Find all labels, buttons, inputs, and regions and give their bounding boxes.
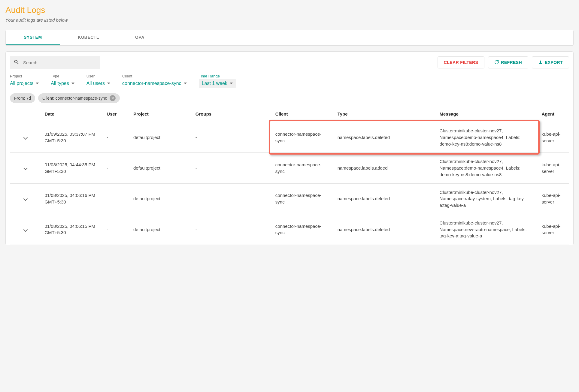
column-agent[interactable]: Agent	[538, 107, 569, 122]
tab-kubectl[interactable]: KUBECTL	[60, 30, 117, 45]
chip-client[interactable]: Client: connector-namespace-sync ✕	[38, 93, 120, 103]
cell-client: connector-namespace-sync	[272, 122, 334, 153]
cell-client: connector-namespace-sync	[272, 214, 334, 245]
cell-project: defaultproject	[130, 153, 192, 183]
chip-client-label: Client: connector-namespace-sync	[42, 96, 107, 101]
cell-message: Cluster:minikube-cluster-nov27, Namespac…	[436, 153, 538, 183]
table-row: 01/09/2025, 03:37:07 PM GMT+5:30-default…	[10, 122, 569, 153]
cell-groups: -	[192, 153, 272, 183]
filter-user-value[interactable]: All users	[86, 79, 110, 88]
filter-chips: From: 7d Client: connector-namespace-syn…	[10, 93, 569, 103]
filter-project-text: All projects	[10, 81, 33, 86]
caret-down-icon	[230, 83, 233, 84]
table-row: 01/08/2025, 04:44:35 PM GMT+5:30-default…	[10, 153, 569, 183]
toolbar: CLEAR FILTERS REFRESH EXPORT	[10, 56, 569, 69]
tabs-card: SYSTEM KUBECTL OPA	[5, 30, 574, 46]
cell-type: namespace.labels.deleted	[334, 122, 436, 153]
chevron-down-icon[interactable]	[23, 197, 28, 201]
table-wrap: Date User Project Groups Client Type Mes…	[10, 107, 569, 245]
cell-date: 01/08/2025, 04:06:16 PM GMT+5:30	[41, 183, 103, 214]
page-subtitle: Your audit logs are listed below	[5, 17, 574, 23]
column-groups[interactable]: Groups	[192, 107, 272, 122]
cell-groups: -	[192, 214, 272, 245]
chevron-down-icon[interactable]	[23, 166, 28, 170]
cell-user: -	[103, 153, 130, 183]
refresh-button[interactable]: REFRESH	[488, 56, 528, 68]
filter-time-text: Last 1 week	[202, 81, 227, 86]
tab-opa[interactable]: OPA	[117, 30, 162, 45]
cell-type: namespace.labels.deleted	[334, 183, 436, 214]
column-type[interactable]: Type	[334, 107, 436, 122]
audit-logs-table: Date User Project Groups Client Type Mes…	[10, 107, 569, 245]
content-card: CLEAR FILTERS REFRESH EXPORT Project All…	[5, 51, 574, 245]
tab-system[interactable]: SYSTEM	[6, 30, 60, 45]
cell-message: Cluster:minikube-cluster-nov27, Namespac…	[436, 183, 538, 214]
filter-project-label: Project	[10, 74, 39, 78]
caret-down-icon	[36, 83, 39, 84]
table-row: 01/08/2025, 04:06:16 PM GMT+5:30-default…	[10, 183, 569, 214]
caret-down-icon	[184, 83, 187, 84]
export-label: EXPORT	[545, 60, 563, 65]
filter-user-text: All users	[86, 81, 105, 86]
cell-groups: -	[192, 122, 272, 153]
cell-agent: kube-api-server	[538, 153, 569, 183]
search-icon	[14, 59, 20, 66]
search-box[interactable]	[10, 56, 100, 69]
cell-client: connector-namespace-sync	[272, 153, 334, 183]
filter-client-value[interactable]: connector-namespace-sync	[122, 79, 187, 88]
filter-type-text: All types	[51, 81, 69, 86]
cell-type: namespace.labels.deleted	[334, 214, 436, 245]
chevron-down-icon[interactable]	[23, 227, 28, 231]
filter-type-label: Type	[51, 74, 74, 78]
cell-agent: kube-api-server	[538, 183, 569, 214]
chevron-down-icon[interactable]	[23, 135, 28, 140]
cell-user: -	[103, 122, 130, 153]
cell-type: namespace.labels.added	[334, 153, 436, 183]
cell-date: 01/09/2025, 03:37:07 PM GMT+5:30	[41, 122, 103, 153]
cell-message: Cluster:minikube-cluster-nov27, Namespac…	[436, 122, 538, 153]
caret-down-icon	[107, 83, 110, 84]
filters: Project All projects Type All types User…	[10, 74, 569, 88]
cell-project: defaultproject	[130, 183, 192, 214]
filter-user-label: User	[86, 74, 110, 78]
column-user[interactable]: User	[103, 107, 130, 122]
cell-agent: kube-api-server	[538, 122, 569, 153]
tabs: SYSTEM KUBECTL OPA	[6, 30, 573, 46]
cell-message: Cluster:minikube-cluster-nov27, Namespac…	[436, 214, 538, 245]
cell-date: 01/08/2025, 04:44:35 PM GMT+5:30	[41, 153, 103, 183]
chip-from[interactable]: From: 7d	[10, 93, 35, 103]
cell-date: 01/08/2025, 04:06:15 PM GMT+5:30	[41, 214, 103, 245]
cell-project: defaultproject	[130, 122, 192, 153]
filter-client-text: connector-namespace-sync	[122, 81, 181, 86]
caret-down-icon	[71, 83, 74, 84]
column-project[interactable]: Project	[130, 107, 192, 122]
search-input[interactable]	[20, 60, 96, 65]
download-icon	[538, 60, 543, 65]
cell-groups: -	[192, 183, 272, 214]
column-message[interactable]: Message	[436, 107, 538, 122]
chip-from-label: From: 7d	[14, 96, 31, 101]
column-date[interactable]: Date	[41, 107, 103, 122]
refresh-label: REFRESH	[501, 60, 522, 65]
filter-project-value[interactable]: All projects	[10, 79, 39, 88]
cell-client: connector-namespace-sync	[272, 183, 334, 214]
cell-user: -	[103, 183, 130, 214]
cell-agent: kube-api-server	[538, 214, 569, 245]
filter-type-value[interactable]: All types	[51, 79, 74, 88]
cell-project: defaultproject	[130, 214, 192, 245]
export-button[interactable]: EXPORT	[532, 56, 569, 68]
refresh-icon	[494, 60, 499, 65]
cell-user: -	[103, 214, 130, 245]
clear-filters-button[interactable]: CLEAR FILTERS	[438, 56, 485, 68]
filter-time-label: Time Range	[199, 74, 236, 78]
filter-client-label: Client	[122, 74, 187, 78]
column-client[interactable]: Client	[272, 107, 334, 122]
table-row: 01/08/2025, 04:06:15 PM GMT+5:30-default…	[10, 214, 569, 245]
close-icon[interactable]: ✕	[110, 95, 116, 101]
page-title: Audit Logs	[5, 5, 574, 15]
filter-time-value[interactable]: Last 1 week	[199, 79, 236, 88]
